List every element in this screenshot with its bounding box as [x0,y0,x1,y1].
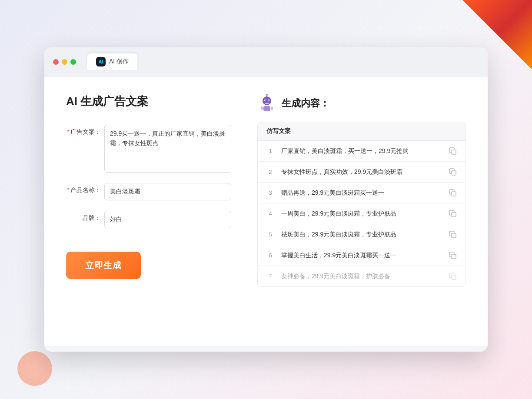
svg-rect-12 [452,192,456,196]
result-title: 生成内容： [282,97,329,110]
row-text: 专抹女性斑点，真实功效，29.9元美白淡斑霜 [281,167,442,176]
row-number: 3 [266,190,274,196]
row-text: 女神必备，29.9元美白淡斑霜，护肤必备 [281,272,442,281]
right-panel: 生成内容： 仿写文案 1厂家直销，美白淡斑霜，买一送一，29.9元抢购 2专抹女… [257,94,466,329]
traffic-lights [53,59,76,65]
ad-copy-required-star: * [67,128,70,135]
brand-label: 品牌： [66,211,101,222]
tab-label: AI 创作 [109,58,129,66]
minimize-button[interactable] [62,59,67,65]
main-content: AI 生成广告文案 *广告文案： *产品名称： 品牌： 立即生成 [44,76,488,346]
svg-rect-10 [452,150,456,154]
table-row: 1厂家直销，美白淡斑霜，买一送一，29.9元抢购 [258,141,466,162]
product-name-input[interactable] [104,183,231,200]
ad-copy-input[interactable] [104,125,231,173]
ad-copy-label: *广告文案： [66,125,101,136]
row-text: 一周美白，29.9元美白淡斑霜，专业护肤品 [281,209,442,218]
result-header: 生成内容： [257,94,466,113]
copy-icon[interactable] [449,168,457,176]
ai-tab-icon: AI [96,57,106,66]
table-row: 5祛斑美白，29.9元美白淡斑霜，专业护肤品 [258,224,466,245]
brand-row: 品牌： [66,211,231,228]
row-number: 6 [266,252,274,259]
svg-rect-14 [452,233,456,238]
page-title: AI 生成广告文案 [66,94,231,109]
copy-icon[interactable] [449,231,457,239]
maximize-button[interactable] [70,59,76,65]
table-row: 2专抹女性斑点，真实功效，29.9元美白淡斑霜 [258,162,466,183]
row-text: 赠品再送，29.9元美白淡斑霜买一送一 [281,188,442,197]
close-button[interactable] [53,59,59,65]
product-required-star: * [67,186,70,193]
tab-ai-creation[interactable]: AI AI 创作 [87,53,137,70]
brand-input[interactable] [104,211,231,228]
svg-rect-13 [452,213,456,217]
row-number: 7 [266,273,274,279]
svg-rect-7 [263,106,270,111]
result-table: 仿写文案 1厂家直销，美白淡斑霜，买一送一，29.9元抢购 2专抹女性斑点，真实… [257,122,466,287]
copy-icon[interactable] [449,210,457,218]
row-number: 2 [266,169,274,175]
product-name-label: *产品名称： [66,183,101,194]
svg-rect-8 [261,106,263,110]
ai-icon-text: AI [99,59,103,64]
app-window: AI AI 创作 AI 生成广告文案 *广告文案： *产品名称： [44,47,488,352]
copy-icon[interactable] [449,147,457,155]
bot-icon [257,94,276,113]
svg-rect-9 [271,106,273,110]
row-number: 1 [266,148,274,154]
titlebar: AI AI 创作 [44,47,488,76]
svg-point-6 [269,100,269,101]
svg-rect-11 [452,171,456,175]
table-row: 6掌握美白生活，29.9元美白淡斑霜买一送一 [258,245,466,266]
product-name-row: *产品名称： [66,183,231,200]
row-text: 厂家直销，美白淡斑霜，买一送一，29.9元抢购 [281,146,442,156]
row-text: 掌握美白生活，29.9元美白淡斑霜买一送一 [281,251,442,260]
copy-icon[interactable] [449,189,457,197]
svg-rect-15 [452,254,456,259]
row-number: 4 [266,210,274,217]
generate-button[interactable]: 立即生成 [66,252,141,279]
copy-icon[interactable] [449,273,457,280]
table-row: 4一周美白，29.9元美白淡斑霜，专业护肤品 [258,203,466,224]
svg-point-2 [266,94,268,96]
table-row: 3赠品再送，29.9元美白淡斑霜买一送一 [258,183,466,203]
copy-icon[interactable] [449,252,457,259]
table-row: 7女神必备，29.9元美白淡斑霜，护肤必备 [258,266,466,286]
row-text: 祛斑美白，29.9元美白淡斑霜，专业护肤品 [281,230,442,239]
left-panel: AI 生成广告文案 *广告文案： *产品名称： 品牌： 立即生成 [66,94,231,329]
result-rows: 1厂家直销，美白淡斑霜，买一送一，29.9元抢购 2专抹女性斑点，真实功效，29… [258,141,466,286]
ad-copy-row: *广告文案： [66,125,231,173]
svg-point-5 [265,100,266,101]
result-table-header: 仿写文案 [258,122,466,141]
svg-rect-16 [452,275,456,279]
row-number: 5 [266,231,274,238]
